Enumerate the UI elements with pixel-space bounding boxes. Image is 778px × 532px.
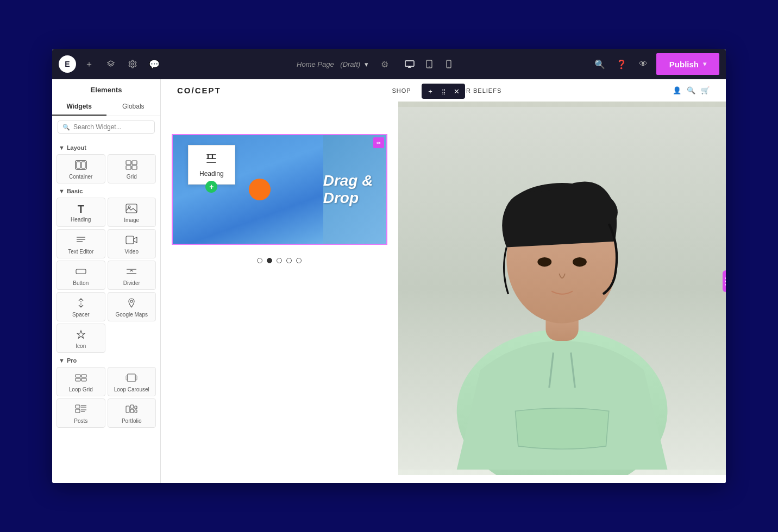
loop-grid-icon <box>75 373 87 384</box>
canvas-inner: + ⣿ ✕ CO/CEPT SHOP ABOUT OUR BELIEFS <box>161 79 726 483</box>
hero-image <box>398 102 726 475</box>
widget-search-box[interactable]: 🔍 <box>58 121 155 134</box>
svg-rect-41 <box>135 410 137 413</box>
publish-button[interactable]: Publish ▾ <box>656 53 719 75</box>
settings-panel-button[interactable] <box>124 55 141 73</box>
top-bar-right: 🔍 ❓ 👁 Publish ▾ <box>591 53 719 75</box>
help-button[interactable]: ❓ <box>613 55 630 73</box>
svg-point-48 <box>573 257 587 267</box>
svg-rect-19 <box>76 269 86 274</box>
add-element-button[interactable]: ＋ <box>80 55 98 73</box>
page-title-text: Home Page <box>297 60 334 68</box>
preview-button[interactable]: 👁 <box>635 55 652 73</box>
heading-drag-widget[interactable]: Heading + <box>188 145 235 185</box>
posts-label: Posts <box>74 418 87 424</box>
widget-portfolio[interactable]: Portfolio <box>108 398 156 428</box>
container-label: Container <box>69 174 92 180</box>
elementor-logo[interactable]: E <box>59 55 76 73</box>
toolbar-close-button[interactable]: ✕ <box>450 85 463 98</box>
tab-globals[interactable]: Globals <box>106 98 161 116</box>
widget-video[interactable]: Video <box>108 229 156 258</box>
svg-point-14 <box>128 206 130 208</box>
svg-rect-18 <box>126 236 134 244</box>
section-layout-arrow: ▼ <box>59 144 65 151</box>
spacer-icon <box>75 298 87 309</box>
toolbar-drag-handle[interactable]: ⣿ <box>437 85 450 98</box>
google-maps-label: Google Maps <box>116 312 148 318</box>
loop-carousel-label: Loop Carousel <box>114 387 149 392</box>
widget-heading[interactable]: T Heading <box>57 198 105 227</box>
svg-rect-37 <box>126 406 129 413</box>
widget-icon[interactable]: Icon <box>57 324 105 353</box>
widget-text-editor[interactable]: Text Editor <box>57 229 105 258</box>
svg-rect-13 <box>126 204 137 213</box>
svg-rect-8 <box>81 162 85 168</box>
comments-button[interactable]: 💬 <box>146 55 163 73</box>
search-button[interactable]: 🔍 <box>591 55 608 73</box>
google-maps-icon <box>126 298 137 309</box>
desktop-view-button[interactable] <box>401 55 418 73</box>
svg-rect-25 <box>81 375 86 377</box>
widget-posts[interactable]: Posts <box>57 398 105 428</box>
svg-rect-11 <box>126 166 131 169</box>
page-settings-button[interactable]: ⚙ <box>377 56 392 72</box>
svg-rect-9 <box>126 161 131 164</box>
section-layout-label: Layout <box>67 144 86 151</box>
toolbar-add-button[interactable]: + <box>424 85 437 98</box>
mobile-view-button[interactable] <box>440 55 457 73</box>
heading-label: Heading <box>71 217 91 223</box>
text-editor-icon <box>75 235 87 246</box>
search-icon-nav[interactable]: 🔍 <box>687 86 695 94</box>
dot-1[interactable] <box>257 258 262 263</box>
svg-rect-29 <box>126 376 128 380</box>
widget-image[interactable]: Image <box>108 198 156 227</box>
tab-widgets[interactable]: Widgets <box>52 98 106 116</box>
section-pro-arrow: ▼ <box>59 357 65 364</box>
basic-widgets-grid: T Heading Image <box>57 198 156 353</box>
section-basic-arrow: ▼ <box>59 188 65 194</box>
widget-button[interactable]: Button <box>57 261 105 290</box>
tablet-view-button[interactable] <box>421 55 438 73</box>
section-pro[interactable]: ▼ Pro <box>59 357 154 364</box>
sidebar-title: Elements <box>52 79 160 94</box>
website-logo: CO/CEPT <box>177 86 221 95</box>
content-left: Heading + <box>161 102 398 475</box>
svg-rect-26 <box>76 378 80 381</box>
dot-5[interactable] <box>296 258 302 263</box>
widget-spacer[interactable]: Spacer <box>57 292 105 321</box>
pro-widgets-grid: Loop Grid Loop Carousel <box>57 367 156 428</box>
person-svg <box>398 102 726 475</box>
widget-grid[interactable]: Grid <box>108 154 156 183</box>
svg-rect-28 <box>128 374 135 382</box>
layout-widgets-grid: Container Grid <box>57 154 156 183</box>
user-icon[interactable]: 👤 <box>673 86 681 94</box>
dot-2[interactable] <box>267 258 272 263</box>
widget-google-maps[interactable]: Google Maps <box>108 292 156 321</box>
svg-rect-27 <box>81 378 86 381</box>
section-layout[interactable]: ▼ Layout <box>59 144 154 151</box>
svg-rect-1 <box>405 61 414 66</box>
grid-icon <box>126 160 137 172</box>
svg-rect-12 <box>132 166 137 169</box>
add-indicator[interactable]: + <box>205 181 217 193</box>
heading-drag-label: Heading <box>199 170 224 178</box>
widget-loop-grid[interactable]: Loop Grid <box>57 367 105 396</box>
widget-container[interactable]: Container <box>57 154 105 183</box>
divider-icon <box>126 267 137 278</box>
page-selector[interactable]: Home Page (Draft) ▾ <box>297 60 368 68</box>
loop-carousel-icon <box>126 373 137 384</box>
sidebar-resize-handle[interactable] <box>723 270 726 292</box>
element-edit-button[interactable]: ✏ <box>373 137 384 148</box>
search-input[interactable] <box>73 123 155 131</box>
content-right <box>398 102 726 475</box>
section-basic[interactable]: ▼ Basic <box>59 188 154 194</box>
widget-divider[interactable]: Divider <box>108 261 156 290</box>
widget-loop-carousel[interactable]: Loop Carousel <box>108 367 156 396</box>
dot-4[interactable] <box>286 258 292 263</box>
layers-button[interactable] <box>102 55 120 73</box>
svg-rect-30 <box>135 376 137 380</box>
dot-3[interactable] <box>277 258 282 263</box>
cart-icon[interactable]: 🛒 <box>701 86 710 94</box>
nav-shop[interactable]: SHOP <box>392 87 411 94</box>
video-label: Video <box>125 249 139 255</box>
